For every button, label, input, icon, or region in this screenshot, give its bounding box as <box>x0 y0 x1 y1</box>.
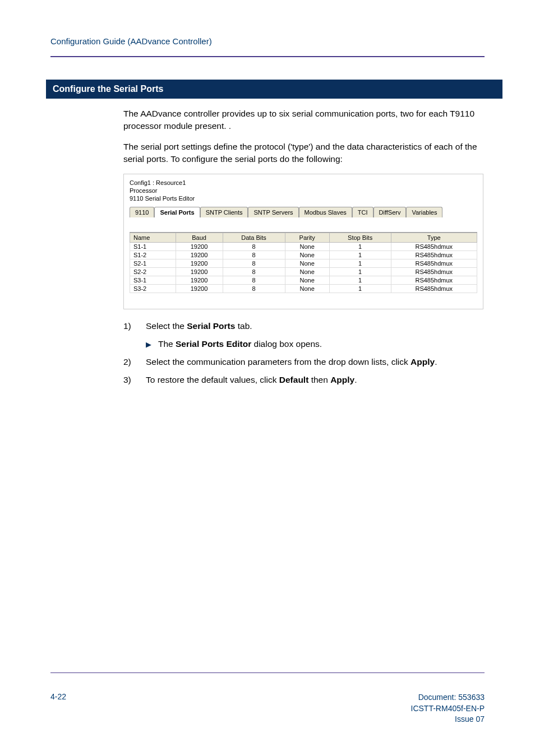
cell[interactable]: None <box>285 242 329 251</box>
col-baud[interactable]: Baud <box>176 233 223 242</box>
cell[interactable]: None <box>285 267 329 276</box>
page-footer: 4-22 Document: 553633 ICSTT-RM405f-EN-P … <box>50 672 485 725</box>
cell[interactable]: RS485hdmux <box>391 251 477 259</box>
cell[interactable]: 8 <box>223 259 285 267</box>
tab-sntp-servers[interactable]: SNTP Servers <box>248 207 298 217</box>
bold-default: Default <box>279 375 309 384</box>
col-name[interactable]: Name <box>130 233 176 242</box>
paragraph-2: The serial port settings define the prot… <box>123 141 485 166</box>
cell[interactable]: None <box>285 259 329 267</box>
header-rule <box>50 56 485 57</box>
cell[interactable]: S1-1 <box>130 242 176 251</box>
serial-ports-editor-screenshot: Config1 : Resource1 Processor 9110 Seria… <box>123 174 483 309</box>
footer-rule <box>50 672 485 673</box>
cell[interactable]: RS485hdmux <box>391 284 477 293</box>
cell[interactable]: None <box>285 276 329 284</box>
cell[interactable]: 19200 <box>176 251 223 259</box>
body-text-block: The AADvance controller provides up to s… <box>123 108 485 166</box>
step-2-number: 2) <box>123 355 137 369</box>
issue: Issue 07 <box>411 714 485 725</box>
substep-text: The Serial Ports Editor dialog box opens… <box>158 337 322 351</box>
step-2: 2) Select the communication parameters f… <box>123 355 485 369</box>
cell[interactable]: 1 <box>329 267 391 276</box>
col-stopbits[interactable]: Stop Bits <box>329 233 391 242</box>
step-1-number: 1) <box>123 319 137 333</box>
cell[interactable]: S2-2 <box>130 267 176 276</box>
cell[interactable]: RS485hdmux <box>391 259 477 267</box>
cell[interactable]: 19200 <box>176 276 223 284</box>
tab-serial-ports[interactable]: Serial Ports <box>154 207 200 217</box>
tab-variables[interactable]: Variables <box>406 207 442 217</box>
tab-9110[interactable]: 9110 <box>130 207 154 217</box>
cell[interactable]: 19200 <box>176 284 223 293</box>
text: Select the <box>146 321 187 331</box>
text: Select the communication parameters from… <box>146 357 411 367</box>
cell[interactable]: 1 <box>329 284 391 293</box>
text: The <box>158 339 176 349</box>
table-header-row: Name Baud Data Bits Parity Stop Bits Typ… <box>130 233 477 242</box>
arrow-icon: ▶ <box>146 339 151 350</box>
table-row[interactable]: S1-1 19200 8 None 1 RS485hdmux <box>130 242 477 251</box>
text: . <box>354 375 357 384</box>
ss-line-2: Processor <box>130 187 477 194</box>
tab-strip: 9110 Serial Ports SNTP Clients SNTP Serv… <box>130 206 477 217</box>
cell[interactable]: 1 <box>329 259 391 267</box>
doc-number: Document: 553633 <box>411 692 485 703</box>
step-1: 1) Select the Serial Ports tab. <box>123 319 485 333</box>
ss-line-3: 9110 Serial Ports Editor <box>130 194 477 202</box>
table-row[interactable]: S3-2 19200 8 None 1 RS485hdmux <box>130 284 477 293</box>
tab-sntp-clients[interactable]: SNTP Clients <box>200 207 248 217</box>
cell[interactable]: RS485hdmux <box>391 276 477 284</box>
cell[interactable]: 8 <box>223 251 285 259</box>
cell[interactable]: S2-1 <box>130 259 176 267</box>
cell[interactable]: 8 <box>223 284 285 293</box>
cell[interactable]: S3-2 <box>130 284 176 293</box>
step-1-substep: ▶ The Serial Ports Editor dialog box ope… <box>146 337 485 351</box>
cell[interactable]: 8 <box>223 242 285 251</box>
cell[interactable]: 1 <box>329 251 391 259</box>
col-databits[interactable]: Data Bits <box>223 233 285 242</box>
bold-apply: Apply <box>411 357 435 367</box>
step-3: 3) To restore the default values, click … <box>123 373 485 387</box>
cell[interactable]: RS485hdmux <box>391 267 477 276</box>
cell[interactable]: 19200 <box>176 259 223 267</box>
cell[interactable]: S3-1 <box>130 276 176 284</box>
cell[interactable]: RS485hdmux <box>391 242 477 251</box>
tab-tci[interactable]: TCI <box>352 207 373 217</box>
cell[interactable]: 8 <box>223 276 285 284</box>
text: tab. <box>235 321 252 331</box>
cell[interactable]: S1-2 <box>130 251 176 259</box>
bold-serial-ports-editor: Serial Ports Editor <box>176 339 251 349</box>
step-3-number: 3) <box>123 373 137 387</box>
bold-serial-ports: Serial Ports <box>187 321 235 331</box>
cell[interactable]: 19200 <box>176 267 223 276</box>
footer-right: Document: 553633 ICSTT-RM405f-EN-P Issue… <box>411 692 485 725</box>
step-1-text: Select the Serial Ports tab. <box>146 319 252 333</box>
doc-code: ICSTT-RM405f-EN-P <box>411 703 485 715</box>
cell[interactable]: 1 <box>329 242 391 251</box>
page: Configuration Guide (AADvance Controller… <box>0 0 535 756</box>
col-parity[interactable]: Parity <box>285 233 329 242</box>
col-type[interactable]: Type <box>391 233 477 242</box>
section-heading: Configure the Serial Ports <box>46 80 502 99</box>
table-row[interactable]: S3-1 19200 8 None 1 RS485hdmux <box>130 276 477 284</box>
tab-diffserv[interactable]: DiffServ <box>373 207 407 217</box>
serial-ports-table[interactable]: Name Baud Data Bits Parity Stop Bits Typ… <box>130 233 477 293</box>
cell[interactable]: 1 <box>329 276 391 284</box>
cell[interactable]: 8 <box>223 267 285 276</box>
table-row[interactable]: S2-1 19200 8 None 1 RS485hdmux <box>130 259 477 267</box>
table-row[interactable]: S2-2 19200 8 None 1 RS485hdmux <box>130 267 477 276</box>
screenshot-title-lines: Config1 : Resource1 Processor 9110 Seria… <box>130 179 477 203</box>
cell[interactable]: None <box>285 251 329 259</box>
step-2-text: Select the communication parameters from… <box>146 355 437 369</box>
bold-apply: Apply <box>330 375 354 384</box>
text: then <box>308 375 330 384</box>
tab-modbus-slaves[interactable]: Modbus Slaves <box>299 207 352 217</box>
cell[interactable]: 19200 <box>176 242 223 251</box>
cell[interactable]: None <box>285 284 329 293</box>
paragraph-1: The AADvance controller provides up to s… <box>123 108 485 133</box>
steps-list: 1) Select the Serial Ports tab. ▶ The Se… <box>123 319 485 387</box>
table-row[interactable]: S1-2 19200 8 None 1 RS485hdmux <box>130 251 477 259</box>
ss-line-1: Config1 : Resource1 <box>130 179 477 187</box>
text: To restore the default values, click <box>146 375 279 384</box>
